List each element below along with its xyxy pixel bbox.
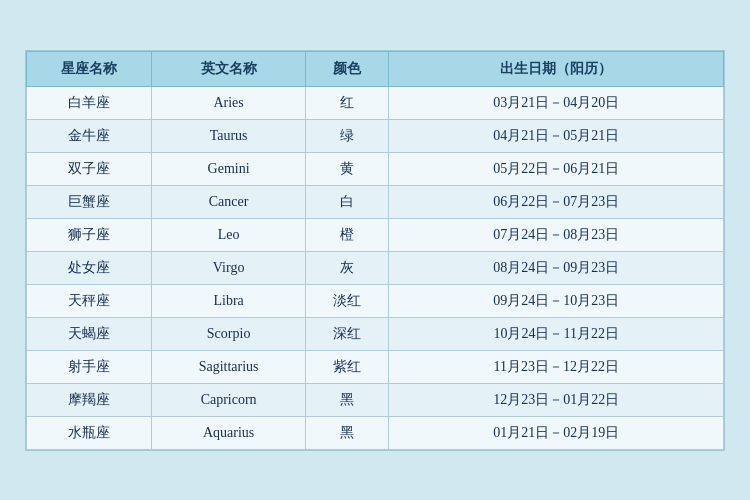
cell-chinese-name: 水瓶座 [27, 416, 152, 449]
table-row: 白羊座Aries红03月21日－04月20日 [27, 86, 724, 119]
zodiac-table-container: 星座名称 英文名称 颜色 出生日期（阳历） 白羊座Aries红03月21日－04… [25, 50, 725, 451]
cell-date: 04月21日－05月21日 [389, 119, 724, 152]
cell-chinese-name: 金牛座 [27, 119, 152, 152]
cell-date: 08月24日－09月23日 [389, 251, 724, 284]
cell-date: 07月24日－08月23日 [389, 218, 724, 251]
cell-color: 灰 [305, 251, 389, 284]
table-body: 白羊座Aries红03月21日－04月20日金牛座Taurus绿04月21日－0… [27, 86, 724, 449]
cell-english-name: Virgo [152, 251, 305, 284]
table-row: 射手座Sagittarius紫红11月23日－12月22日 [27, 350, 724, 383]
cell-chinese-name: 狮子座 [27, 218, 152, 251]
table-row: 天秤座Libra淡红09月24日－10月23日 [27, 284, 724, 317]
table-row: 摩羯座Capricorn黑12月23日－01月22日 [27, 383, 724, 416]
table-header-row: 星座名称 英文名称 颜色 出生日期（阳历） [27, 51, 724, 86]
cell-color: 黑 [305, 416, 389, 449]
cell-color: 红 [305, 86, 389, 119]
cell-chinese-name: 摩羯座 [27, 383, 152, 416]
cell-color: 紫红 [305, 350, 389, 383]
cell-date: 11月23日－12月22日 [389, 350, 724, 383]
cell-english-name: Libra [152, 284, 305, 317]
table-row: 狮子座Leo橙07月24日－08月23日 [27, 218, 724, 251]
cell-date: 01月21日－02月19日 [389, 416, 724, 449]
table-row: 水瓶座Aquarius黑01月21日－02月19日 [27, 416, 724, 449]
header-english-name: 英文名称 [152, 51, 305, 86]
cell-date: 12月23日－01月22日 [389, 383, 724, 416]
zodiac-table: 星座名称 英文名称 颜色 出生日期（阳历） 白羊座Aries红03月21日－04… [26, 51, 724, 450]
cell-chinese-name: 射手座 [27, 350, 152, 383]
table-row: 金牛座Taurus绿04月21日－05月21日 [27, 119, 724, 152]
cell-color: 绿 [305, 119, 389, 152]
cell-english-name: Aries [152, 86, 305, 119]
cell-color: 橙 [305, 218, 389, 251]
cell-date: 05月22日－06月21日 [389, 152, 724, 185]
cell-english-name: Gemini [152, 152, 305, 185]
cell-color: 白 [305, 185, 389, 218]
cell-english-name: Taurus [152, 119, 305, 152]
cell-color: 黄 [305, 152, 389, 185]
cell-chinese-name: 巨蟹座 [27, 185, 152, 218]
header-date: 出生日期（阳历） [389, 51, 724, 86]
table-row: 天蝎座Scorpio深红10月24日－11月22日 [27, 317, 724, 350]
cell-date: 09月24日－10月23日 [389, 284, 724, 317]
cell-english-name: Cancer [152, 185, 305, 218]
cell-date: 06月22日－07月23日 [389, 185, 724, 218]
header-color: 颜色 [305, 51, 389, 86]
cell-chinese-name: 天蝎座 [27, 317, 152, 350]
cell-chinese-name: 天秤座 [27, 284, 152, 317]
cell-chinese-name: 处女座 [27, 251, 152, 284]
cell-chinese-name: 白羊座 [27, 86, 152, 119]
cell-english-name: Aquarius [152, 416, 305, 449]
header-chinese-name: 星座名称 [27, 51, 152, 86]
cell-color: 淡红 [305, 284, 389, 317]
table-row: 巨蟹座Cancer白06月22日－07月23日 [27, 185, 724, 218]
table-row: 处女座Virgo灰08月24日－09月23日 [27, 251, 724, 284]
cell-date: 10月24日－11月22日 [389, 317, 724, 350]
cell-english-name: Leo [152, 218, 305, 251]
table-row: 双子座Gemini黄05月22日－06月21日 [27, 152, 724, 185]
cell-color: 深红 [305, 317, 389, 350]
cell-color: 黑 [305, 383, 389, 416]
cell-english-name: Scorpio [152, 317, 305, 350]
cell-chinese-name: 双子座 [27, 152, 152, 185]
cell-english-name: Capricorn [152, 383, 305, 416]
cell-date: 03月21日－04月20日 [389, 86, 724, 119]
cell-english-name: Sagittarius [152, 350, 305, 383]
